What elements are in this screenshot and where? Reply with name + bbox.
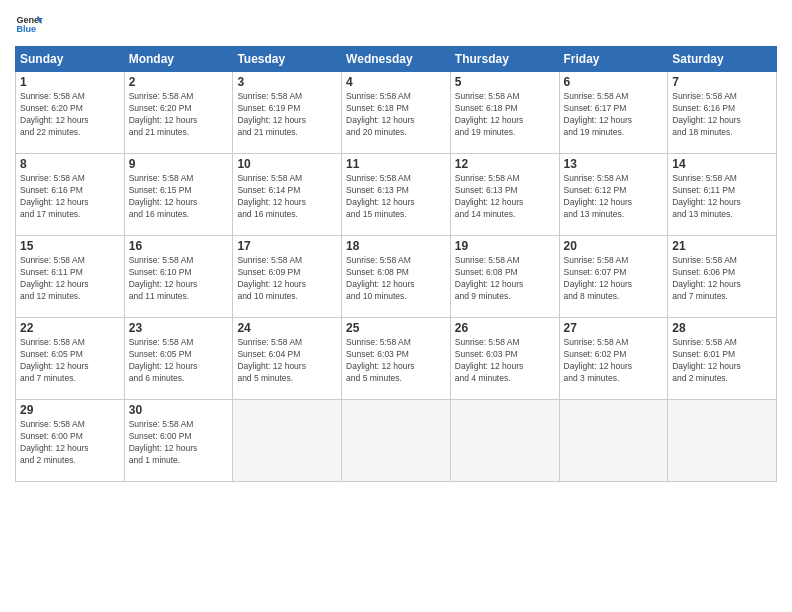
day-number: 1 [20,75,120,89]
day-info: Sunrise: 5:58 AM Sunset: 6:05 PM Dayligh… [20,337,120,385]
day-info: Sunrise: 5:58 AM Sunset: 6:08 PM Dayligh… [346,255,446,303]
table-row: 3Sunrise: 5:58 AM Sunset: 6:19 PM Daylig… [233,72,342,154]
day-info: Sunrise: 5:58 AM Sunset: 6:14 PM Dayligh… [237,173,337,221]
day-number: 4 [346,75,446,89]
table-row: 30Sunrise: 5:58 AM Sunset: 6:00 PM Dayli… [124,400,233,482]
calendar-week-4: 22Sunrise: 5:58 AM Sunset: 6:05 PM Dayli… [16,318,777,400]
day-info: Sunrise: 5:58 AM Sunset: 6:19 PM Dayligh… [237,91,337,139]
table-row: 19Sunrise: 5:58 AM Sunset: 6:08 PM Dayli… [450,236,559,318]
day-info: Sunrise: 5:58 AM Sunset: 6:18 PM Dayligh… [346,91,446,139]
day-number: 19 [455,239,555,253]
day-info: Sunrise: 5:58 AM Sunset: 6:11 PM Dayligh… [672,173,772,221]
table-row: 15Sunrise: 5:58 AM Sunset: 6:11 PM Dayli… [16,236,125,318]
day-info: Sunrise: 5:58 AM Sunset: 6:17 PM Dayligh… [564,91,664,139]
day-number: 18 [346,239,446,253]
table-row: 21Sunrise: 5:58 AM Sunset: 6:06 PM Dayli… [668,236,777,318]
table-row: 27Sunrise: 5:58 AM Sunset: 6:02 PM Dayli… [559,318,668,400]
day-info: Sunrise: 5:58 AM Sunset: 6:02 PM Dayligh… [564,337,664,385]
col-tuesday: Tuesday [233,47,342,72]
day-info: Sunrise: 5:58 AM Sunset: 6:00 PM Dayligh… [129,419,229,467]
logo-icon: General Blue [15,10,43,38]
table-row: 24Sunrise: 5:58 AM Sunset: 6:04 PM Dayli… [233,318,342,400]
table-row [233,400,342,482]
day-number: 25 [346,321,446,335]
table-row: 1Sunrise: 5:58 AM Sunset: 6:20 PM Daylig… [16,72,125,154]
day-number: 12 [455,157,555,171]
col-thursday: Thursday [450,47,559,72]
day-number: 27 [564,321,664,335]
calendar-week-3: 15Sunrise: 5:58 AM Sunset: 6:11 PM Dayli… [16,236,777,318]
day-info: Sunrise: 5:58 AM Sunset: 6:09 PM Dayligh… [237,255,337,303]
day-number: 5 [455,75,555,89]
day-number: 7 [672,75,772,89]
table-row: 28Sunrise: 5:58 AM Sunset: 6:01 PM Dayli… [668,318,777,400]
day-info: Sunrise: 5:58 AM Sunset: 6:18 PM Dayligh… [455,91,555,139]
day-info: Sunrise: 5:58 AM Sunset: 6:04 PM Dayligh… [237,337,337,385]
day-number: 23 [129,321,229,335]
table-row: 18Sunrise: 5:58 AM Sunset: 6:08 PM Dayli… [342,236,451,318]
day-number: 11 [346,157,446,171]
day-info: Sunrise: 5:58 AM Sunset: 6:12 PM Dayligh… [564,173,664,221]
table-row: 25Sunrise: 5:58 AM Sunset: 6:03 PM Dayli… [342,318,451,400]
table-row: 20Sunrise: 5:58 AM Sunset: 6:07 PM Dayli… [559,236,668,318]
table-row [559,400,668,482]
day-number: 29 [20,403,120,417]
col-friday: Friday [559,47,668,72]
day-info: Sunrise: 5:58 AM Sunset: 6:03 PM Dayligh… [455,337,555,385]
col-monday: Monday [124,47,233,72]
day-number: 26 [455,321,555,335]
day-number: 24 [237,321,337,335]
day-number: 3 [237,75,337,89]
header: General Blue [15,10,777,38]
table-row: 12Sunrise: 5:58 AM Sunset: 6:13 PM Dayli… [450,154,559,236]
day-number: 30 [129,403,229,417]
day-number: 21 [672,239,772,253]
day-info: Sunrise: 5:58 AM Sunset: 6:11 PM Dayligh… [20,255,120,303]
table-row: 10Sunrise: 5:58 AM Sunset: 6:14 PM Dayli… [233,154,342,236]
day-info: Sunrise: 5:58 AM Sunset: 6:05 PM Dayligh… [129,337,229,385]
table-row: 8Sunrise: 5:58 AM Sunset: 6:16 PM Daylig… [16,154,125,236]
svg-text:Blue: Blue [16,24,36,34]
table-row: 23Sunrise: 5:58 AM Sunset: 6:05 PM Dayli… [124,318,233,400]
table-row [668,400,777,482]
col-saturday: Saturday [668,47,777,72]
day-info: Sunrise: 5:58 AM Sunset: 6:00 PM Dayligh… [20,419,120,467]
day-number: 17 [237,239,337,253]
main-container: General Blue Sunday Monday Tuesday Wedne… [0,0,792,492]
day-info: Sunrise: 5:58 AM Sunset: 6:16 PM Dayligh… [20,173,120,221]
calendar-week-1: 1Sunrise: 5:58 AM Sunset: 6:20 PM Daylig… [16,72,777,154]
day-info: Sunrise: 5:58 AM Sunset: 6:20 PM Dayligh… [20,91,120,139]
day-number: 6 [564,75,664,89]
day-number: 22 [20,321,120,335]
calendar-week-2: 8Sunrise: 5:58 AM Sunset: 6:16 PM Daylig… [16,154,777,236]
table-row [342,400,451,482]
day-info: Sunrise: 5:58 AM Sunset: 6:07 PM Dayligh… [564,255,664,303]
day-info: Sunrise: 5:58 AM Sunset: 6:10 PM Dayligh… [129,255,229,303]
day-number: 16 [129,239,229,253]
calendar-header-row: Sunday Monday Tuesday Wednesday Thursday… [16,47,777,72]
day-info: Sunrise: 5:58 AM Sunset: 6:15 PM Dayligh… [129,173,229,221]
table-row: 7Sunrise: 5:58 AM Sunset: 6:16 PM Daylig… [668,72,777,154]
table-row: 26Sunrise: 5:58 AM Sunset: 6:03 PM Dayli… [450,318,559,400]
table-row: 14Sunrise: 5:58 AM Sunset: 6:11 PM Dayli… [668,154,777,236]
day-number: 2 [129,75,229,89]
day-info: Sunrise: 5:58 AM Sunset: 6:13 PM Dayligh… [346,173,446,221]
table-row [450,400,559,482]
logo: General Blue [15,10,43,38]
day-number: 28 [672,321,772,335]
table-row: 29Sunrise: 5:58 AM Sunset: 6:00 PM Dayli… [16,400,125,482]
col-sunday: Sunday [16,47,125,72]
day-info: Sunrise: 5:58 AM Sunset: 6:08 PM Dayligh… [455,255,555,303]
table-row: 9Sunrise: 5:58 AM Sunset: 6:15 PM Daylig… [124,154,233,236]
table-row: 6Sunrise: 5:58 AM Sunset: 6:17 PM Daylig… [559,72,668,154]
day-number: 9 [129,157,229,171]
day-number: 13 [564,157,664,171]
day-number: 15 [20,239,120,253]
col-wednesday: Wednesday [342,47,451,72]
day-number: 10 [237,157,337,171]
calendar-week-5: 29Sunrise: 5:58 AM Sunset: 6:00 PM Dayli… [16,400,777,482]
day-number: 20 [564,239,664,253]
table-row: 17Sunrise: 5:58 AM Sunset: 6:09 PM Dayli… [233,236,342,318]
day-number: 8 [20,157,120,171]
day-info: Sunrise: 5:58 AM Sunset: 6:20 PM Dayligh… [129,91,229,139]
